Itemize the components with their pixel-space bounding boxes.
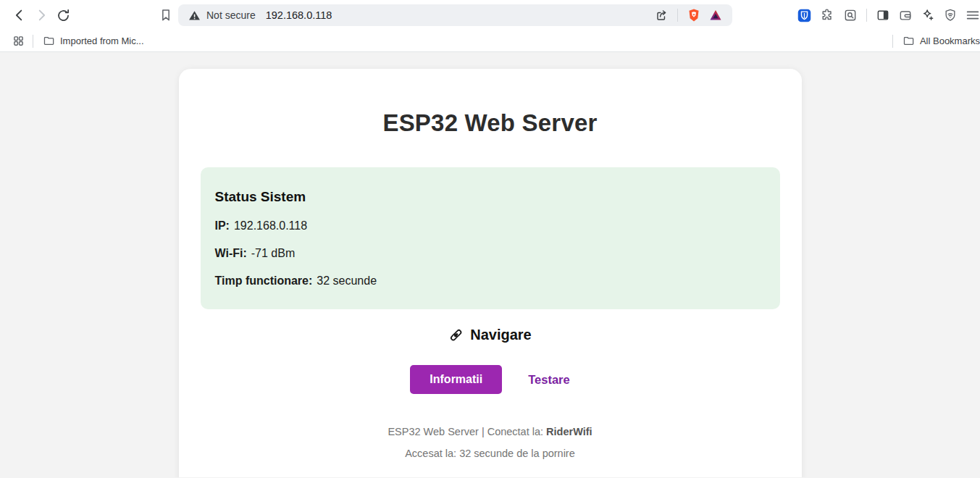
- divider: [677, 9, 678, 22]
- page-viewport: ESP32 Web Server Status Sistem IP:192.16…: [0, 52, 980, 477]
- leo-ai-button[interactable]: [917, 4, 939, 26]
- shield-wifi-icon: [943, 8, 958, 22]
- footer-connected-text: ESP32 Web Server | Conectat la:: [388, 426, 543, 437]
- all-bookmarks-label: All Bookmarks: [920, 35, 980, 46]
- bookmark-folder-label: Imported from Mic...: [60, 35, 144, 46]
- bitwarden-extension-button[interactable]: [793, 4, 815, 26]
- divider: [866, 9, 867, 22]
- apps-grid-icon: [12, 35, 25, 47]
- bookmark-icon: [159, 8, 173, 22]
- menu-button[interactable]: [962, 4, 980, 26]
- footer-line-1: ESP32 Web Server | Conectat la: RiderWif…: [201, 426, 780, 437]
- bat-triangle-icon: [708, 8, 723, 22]
- status-row-ip: IP:192.168.0.118: [215, 219, 766, 232]
- not-secure-warning-icon: [188, 9, 201, 22]
- search-window-icon: [843, 8, 858, 22]
- hamburger-menu-icon: [965, 7, 980, 23]
- status-value: 32 secunde: [317, 274, 377, 287]
- puzzle-icon: [820, 8, 834, 22]
- all-bookmarks-button[interactable]: All Bookmarks: [898, 33, 980, 49]
- navigation-heading-label: Navigare: [470, 327, 532, 343]
- forward-icon: [33, 7, 49, 23]
- page-footer: ESP32 Web Server | Conectat la: RiderWif…: [201, 426, 780, 459]
- brave-shield-icon: [687, 8, 701, 22]
- share-button[interactable]: [650, 4, 672, 26]
- bookmarks-bar: Imported from Mic... All Bookmarks: [0, 30, 980, 52]
- reload-button[interactable]: [52, 4, 74, 26]
- sparkle-plus-icon: [921, 8, 935, 22]
- reload-icon: [56, 8, 71, 23]
- status-heading: Status Sistem: [215, 189, 766, 205]
- page-title: ESP32 Web Server: [201, 109, 780, 137]
- toolbar-right-group: [872, 4, 980, 26]
- divider: [892, 35, 893, 48]
- status-value: -71 dBm: [251, 247, 295, 259]
- navigation-buttons: Informatii Testare: [201, 365, 780, 394]
- wallet-button[interactable]: [895, 4, 916, 26]
- footer-line-2: Accesat la: 32 secunde de la pornire: [201, 448, 780, 459]
- testare-link[interactable]: Testare: [528, 373, 569, 387]
- status-row-uptime: Timp functionare:32 secunde: [215, 274, 766, 288]
- folder-icon: [43, 35, 55, 47]
- navigation-heading: Navigare: [201, 327, 780, 343]
- sidebar-icon: [876, 8, 890, 22]
- status-label: Wi-Fi:: [215, 247, 247, 259]
- informatii-button[interactable]: Informatii: [410, 365, 502, 394]
- divider: [33, 35, 33, 48]
- bitwarden-icon: [797, 8, 812, 23]
- forward-button[interactable]: [30, 4, 52, 26]
- search-page-extension-button[interactable]: [839, 4, 861, 26]
- status-label: Timp functionare:: [215, 274, 313, 287]
- address-bar[interactable]: Not secure 192.168.0.118: [178, 4, 732, 26]
- folder-icon: [902, 35, 915, 47]
- status-label: IP:: [215, 219, 230, 232]
- apps-grid-button[interactable]: [9, 32, 28, 51]
- extensions-menu-button[interactable]: [816, 4, 838, 26]
- wallet-icon: [898, 8, 913, 22]
- back-icon: [12, 7, 28, 23]
- brave-rewards-button[interactable]: [705, 4, 726, 26]
- sidebar-toggle-button[interactable]: [872, 4, 894, 26]
- link-icon: [448, 327, 464, 343]
- share-icon: [655, 9, 669, 22]
- footer-network-name: RiderWifi: [546, 426, 592, 437]
- status-value: 192.168.0.118: [234, 219, 307, 232]
- security-label: Not secure: [206, 9, 256, 21]
- extensions-group: [793, 4, 861, 26]
- back-button[interactable]: [9, 4, 30, 26]
- content-card: ESP32 Web Server Status Sistem IP:192.16…: [179, 69, 802, 477]
- url-text: 192.168.0.118: [266, 9, 332, 21]
- status-panel: Status Sistem IP:192.168.0.118 Wi-Fi:-71…: [201, 167, 780, 309]
- brave-shields-button[interactable]: [683, 4, 705, 26]
- status-row-wifi: Wi-Fi:-71 dBm: [215, 247, 766, 260]
- bookmark-this-tab-button[interactable]: [155, 4, 177, 26]
- vpn-button[interactable]: [939, 4, 961, 26]
- browser-toolbar: Not secure 192.168.0.118: [0, 0, 980, 30]
- bookmark-folder-imported[interactable]: Imported from Mic...: [38, 33, 148, 49]
